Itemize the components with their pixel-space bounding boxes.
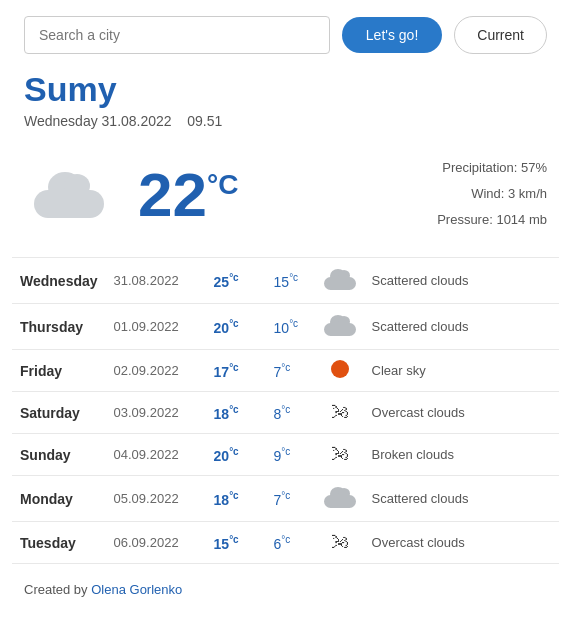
forecast-desc: Overcast clouds xyxy=(364,522,559,564)
forecast-day: Sunday xyxy=(12,434,106,476)
forecast-high: 20°c xyxy=(206,304,266,350)
forecast-date: 31.08.2022 xyxy=(106,258,206,304)
forecast-low: 6°c xyxy=(266,522,316,564)
wind-icon: 🌬 xyxy=(331,402,349,423)
search-input[interactable] xyxy=(24,16,330,54)
forecast-table: Wednesday 31.08.2022 25°c 15°c Scattered… xyxy=(12,257,559,564)
forecast-row: Tuesday 06.09.2022 15°c 6°c 🌬 Overcast c… xyxy=(12,522,559,564)
forecast-day: Tuesday xyxy=(12,522,106,564)
forecast-day: Monday xyxy=(12,476,106,522)
time: 09.51 xyxy=(187,113,222,129)
forecast-low: 9°c xyxy=(266,434,316,476)
forecast-row: Monday 05.09.2022 18°c 7°c Scattered clo… xyxy=(12,476,559,522)
forecast-icon xyxy=(316,476,364,522)
forecast-icon xyxy=(316,258,364,304)
forecast-date: 02.09.2022 xyxy=(106,350,206,392)
forecast-date: 05.09.2022 xyxy=(106,476,206,522)
forecast-icon xyxy=(316,350,364,392)
forecast-row: Sunday 04.09.2022 20°c 9°c 🌬 Broken clou… xyxy=(12,434,559,476)
forecast-date: 04.09.2022 xyxy=(106,434,206,476)
city-section: Sumy Wednesday 31.08.2022 09.51 xyxy=(0,70,571,139)
forecast-desc: Clear sky xyxy=(364,350,559,392)
forecast-day: Wednesday xyxy=(12,258,106,304)
current-temp: 22°C xyxy=(138,159,238,230)
current-button[interactable]: Current xyxy=(454,16,547,54)
date: Wednesday 31.08.2022 xyxy=(24,113,172,129)
forecast-low: 10°c xyxy=(266,304,316,350)
forecast-day: Thursday xyxy=(12,304,106,350)
forecast-date: 06.09.2022 xyxy=(106,522,206,564)
forecast-icon xyxy=(316,304,364,350)
forecast-day: Saturday xyxy=(12,392,106,434)
forecast-row: Wednesday 31.08.2022 25°c 15°c Scattered… xyxy=(12,258,559,304)
wind-icon: 🌬 xyxy=(331,532,349,553)
date-time: Wednesday 31.08.2022 09.51 xyxy=(24,113,547,129)
forecast-low: 8°c xyxy=(266,392,316,434)
forecast-desc: Scattered clouds xyxy=(364,304,559,350)
forecast-date: 03.09.2022 xyxy=(106,392,206,434)
forecast-desc: Broken clouds xyxy=(364,434,559,476)
forecast-desc: Scattered clouds xyxy=(364,258,559,304)
forecast-high: 17°c xyxy=(206,350,266,392)
current-weather-icon xyxy=(24,170,114,218)
wind: Wind: 3 km/h xyxy=(437,181,547,207)
forecast-icon: 🌬 xyxy=(316,434,364,476)
wind-icon: 🌬 xyxy=(331,444,349,465)
forecast-low: 7°c xyxy=(266,476,316,522)
footer-author-link[interactable]: Olena Gorlenko xyxy=(91,582,182,597)
forecast-high: 15°c xyxy=(206,522,266,564)
forecast-desc: Overcast clouds xyxy=(364,392,559,434)
forecast-icon: 🌬 xyxy=(316,392,364,434)
pressure: Pressure: 1014 mb xyxy=(437,207,547,233)
forecast-row: Friday 02.09.2022 17°c 7°c Clear sky xyxy=(12,350,559,392)
weather-stats: Precipitation: 57% Wind: 3 km/h Pressure… xyxy=(437,155,547,233)
weather-main: 22°C Precipitation: 57% Wind: 3 km/h Pre… xyxy=(0,139,571,257)
forecast-high: 20°c xyxy=(206,434,266,476)
footer: Created by Olena Gorlenko xyxy=(0,564,571,607)
forecast-icon: 🌬 xyxy=(316,522,364,564)
footer-text: Created by xyxy=(24,582,88,597)
forecast-row: Thursday 01.09.2022 20°c 10°c Scattered … xyxy=(12,304,559,350)
city-name: Sumy xyxy=(24,70,547,109)
sun-icon xyxy=(331,360,349,378)
forecast-date: 01.09.2022 xyxy=(106,304,206,350)
forecast-high: 25°c xyxy=(206,258,266,304)
forecast-high: 18°c xyxy=(206,392,266,434)
forecast-row: Saturday 03.09.2022 18°c 8°c 🌬 Overcast … xyxy=(12,392,559,434)
lets-go-button[interactable]: Let's go! xyxy=(342,17,443,53)
forecast-table-wrapper: Wednesday 31.08.2022 25°c 15°c Scattered… xyxy=(0,257,571,564)
forecast-desc: Scattered clouds xyxy=(364,476,559,522)
precipitation: Precipitation: 57% xyxy=(437,155,547,181)
forecast-low: 15°c xyxy=(266,258,316,304)
forecast-high: 18°c xyxy=(206,476,266,522)
forecast-low: 7°c xyxy=(266,350,316,392)
top-bar: Let's go! Current xyxy=(0,0,571,70)
forecast-day: Friday xyxy=(12,350,106,392)
